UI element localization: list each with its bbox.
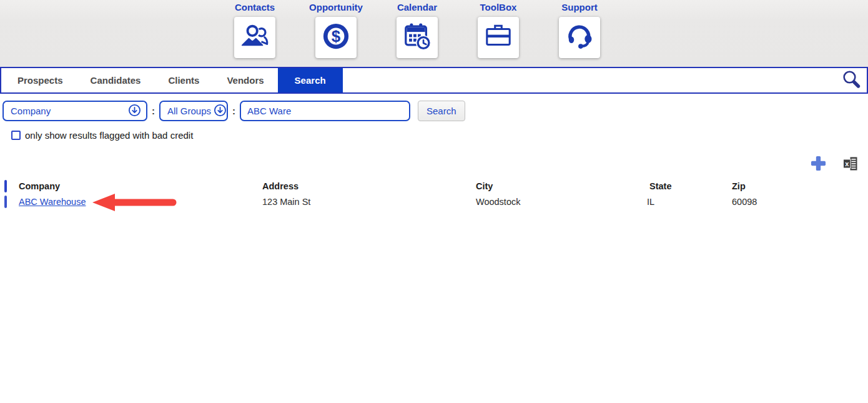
excel-icon: x [843, 156, 858, 174]
add-record-button[interactable] [810, 155, 827, 174]
toolbar-item-label: Contacts [235, 2, 275, 12]
bad-credit-checkbox[interactable] [11, 131, 21, 140]
calendar-clock-icon [403, 22, 432, 53]
bad-credit-filter: only show results flagged with bad credi… [11, 130, 193, 141]
toolbar-item-label: ToolBox [480, 2, 517, 12]
select-all-checkbox[interactable] [4, 180, 7, 192]
tab-label: Clients [168, 75, 199, 86]
tab-label: Vendors [227, 75, 264, 86]
circle-arrow-down-icon [128, 104, 141, 119]
group-dropdown[interactable]: All Groups [159, 101, 228, 121]
toolbar-item-calendar[interactable]: Calendar [377, 2, 458, 58]
tab-search[interactable]: Search [278, 68, 343, 92]
search-field-value: Company [11, 106, 128, 116]
app-toolbar: Contacts Opportunity [0, 0, 868, 67]
opportunity-dollar-icon: $ [322, 22, 350, 53]
toolbar-item-label: Calendar [397, 2, 437, 12]
result-actions: x [810, 155, 858, 174]
toolbar-item-label: Opportunity [309, 2, 363, 12]
tab-clients[interactable]: Clients [154, 68, 213, 92]
group-value: All Groups [167, 106, 211, 116]
results-header-row: Company Address City State Zip [0, 181, 868, 194]
company-link[interactable]: ABC Warehouse [19, 197, 86, 207]
plus-icon [810, 155, 827, 174]
column-header-state: State [649, 181, 671, 191]
tab-vendors[interactable]: Vendors [213, 68, 277, 92]
magnifier-icon [841, 69, 861, 92]
toolbar-item-toolbox[interactable]: ToolBox [458, 2, 539, 58]
search-button[interactable]: Search [418, 101, 465, 121]
tab-prospects[interactable]: Prospects [4, 68, 77, 92]
bad-credit-label: only show results flagged with bad credi… [25, 130, 193, 141]
support-button[interactable] [559, 17, 600, 58]
quick-search-button[interactable] [841, 68, 867, 92]
column-header-address: Address [262, 181, 298, 191]
calendar-button[interactable] [397, 17, 438, 58]
toolbox-button[interactable] [478, 17, 519, 58]
search-query-input[interactable] [240, 101, 410, 121]
circle-arrow-down-icon [214, 104, 227, 119]
crm-search-page: Contacts Opportunity [0, 0, 868, 403]
svg-text:x: x [845, 159, 849, 167]
toolbar-item-opportunity[interactable]: Opportunity $ [295, 2, 377, 58]
section-tabs: Prospects Candidates Clients Vendors Sea… [0, 67, 868, 94]
column-header-zip: Zip [732, 181, 746, 191]
tab-label: Search [295, 75, 326, 86]
separator-colon: : [152, 106, 155, 116]
cell-zip: 60098 [732, 197, 757, 207]
toolbar-item-support[interactable]: Support [539, 2, 620, 58]
red-arrow-annotation [92, 193, 180, 214]
export-excel-button[interactable]: x [843, 156, 858, 174]
svg-text:$: $ [332, 27, 341, 45]
tab-label: Candidates [91, 75, 141, 86]
separator-colon: : [232, 106, 235, 116]
contacts-button[interactable] [234, 17, 275, 58]
toolbar-item-label: Support [561, 2, 598, 12]
cell-state: IL [647, 197, 654, 207]
search-field-dropdown[interactable]: Company [2, 101, 147, 121]
cell-address: 123 Main St [262, 197, 310, 207]
toolbar-item-contacts[interactable]: Contacts [214, 2, 295, 58]
column-header-city: City [476, 181, 493, 191]
contacts-icon [240, 22, 269, 53]
cell-city: Woodstock [476, 197, 520, 207]
tab-label: Prospects [17, 75, 63, 86]
tab-candidates[interactable]: Candidates [77, 68, 155, 92]
search-filter-bar: Company : All Groups : Search [2, 101, 465, 121]
support-headset-icon [565, 22, 594, 53]
column-header-company: Company [19, 181, 60, 191]
row-select-checkbox[interactable] [4, 196, 7, 208]
toolbox-briefcase-icon [484, 22, 513, 53]
toolbar-items: Contacts Opportunity [214, 2, 620, 58]
opportunity-button[interactable]: $ [315, 17, 357, 58]
